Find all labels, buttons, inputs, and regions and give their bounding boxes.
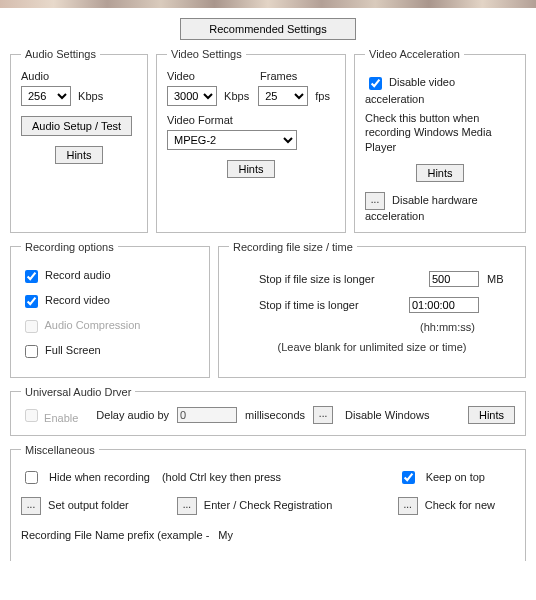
video-acceleration-legend: Video Acceleration [365, 48, 464, 60]
full-screen-checkbox[interactable] [25, 345, 38, 358]
recording-file-size-time-group: Recording file size / time Stop if file … [218, 241, 526, 378]
stop-file-size-label: Stop if file size is longer [229, 273, 399, 285]
full-screen-label: Full Screen [45, 344, 101, 356]
disable-hw-accel-button[interactable]: ... [365, 192, 385, 210]
audio-bitrate-select[interactable]: 256 [21, 86, 71, 106]
keep-on-top-checkbox[interactable] [402, 471, 415, 484]
audio-bitrate-unit: Kbps [78, 90, 103, 102]
accel-hints-button[interactable]: Hints [416, 164, 463, 182]
record-audio-label: Record audio [45, 269, 110, 281]
uad-disable-windows-button[interactable]: ... [313, 406, 333, 424]
stop-file-size-input[interactable] [429, 271, 479, 287]
filename-prefix-label: Recording File Name prefix (example - [21, 529, 209, 541]
hide-when-recording-checkbox[interactable] [25, 471, 38, 484]
record-video-checkbox[interactable] [25, 295, 38, 308]
record-audio-checkbox[interactable] [25, 270, 38, 283]
audio-hints-button[interactable]: Hints [55, 146, 102, 164]
video-frames-label: Frames [260, 70, 320, 82]
video-accel-note: Check this button when recording Windows… [365, 111, 515, 154]
hide-when-recording-note: (hold Ctrl key then press [162, 471, 281, 483]
audio-setup-test-button[interactable]: Audio Setup / Test [21, 116, 132, 136]
recording-options-legend: Recording options [21, 241, 118, 253]
stop-time-unit: (hh:mm:ss) [229, 321, 515, 333]
stop-time-label: Stop if time is longer [229, 299, 399, 311]
video-bitrate-select[interactable]: 3000 [167, 86, 217, 106]
uad-delay-unit: milliseconds [245, 409, 305, 421]
video-settings-group: Video Settings Video Frames 3000 Kbps 25… [156, 48, 346, 233]
check-for-new-button[interactable]: ... [398, 497, 418, 515]
filename-prefix-value: My [218, 529, 233, 541]
set-output-folder-button[interactable]: ... [21, 497, 41, 515]
uad-delay-input [177, 407, 237, 423]
keep-on-top-label: Keep on top [426, 471, 485, 483]
video-settings-legend: Video Settings [167, 48, 246, 60]
video-format-label: Video Format [167, 114, 335, 126]
audio-bitrate-label: Audio [21, 70, 137, 82]
recording-options-group: Recording options Record audio Record vi… [10, 241, 210, 378]
check-for-new-label: Check for new [425, 499, 495, 511]
video-hints-button[interactable]: Hints [227, 160, 274, 178]
audio-settings-group: Audio Settings Audio 256 Kbps Audio Setu… [10, 48, 148, 233]
video-bitrate-unit: Kbps [224, 90, 249, 102]
universal-audio-driver-legend: Universal Audio Drver [21, 386, 135, 398]
uad-enable-checkbox [25, 409, 38, 422]
video-frames-select[interactable]: 25 [258, 86, 308, 106]
stop-time-input[interactable] [409, 297, 479, 313]
hide-when-recording-label: Hide when recording [49, 471, 150, 483]
set-output-folder-label: Set output folder [48, 499, 129, 511]
window-top-strip [0, 0, 536, 8]
miscellaneous-legend: Miscellaneous [21, 444, 99, 456]
enter-check-registration-label: Enter / Check Registration [204, 499, 332, 511]
universal-audio-driver-group: Universal Audio Drver Enable Delay audio… [10, 386, 526, 436]
video-bitrate-label: Video [167, 70, 227, 82]
audio-compression-checkbox [25, 320, 38, 333]
blank-note: (Leave blank for unlimited size or time) [229, 341, 515, 353]
settings-panel: Recommended Settings Audio Settings Audi… [0, 8, 536, 579]
video-format-select[interactable]: MPEG-2 [167, 130, 297, 150]
audio-settings-legend: Audio Settings [21, 48, 100, 60]
disable-video-accel-checkbox[interactable] [369, 77, 382, 90]
video-frames-unit: fps [315, 90, 330, 102]
recommended-settings-button[interactable]: Recommended Settings [180, 18, 355, 40]
stop-file-size-unit: MB [479, 273, 515, 285]
video-acceleration-group: Video Acceleration Disable video acceler… [354, 48, 526, 233]
uad-hints-button[interactable]: Hints [468, 406, 515, 424]
audio-compression-label: Audio Compression [44, 319, 140, 331]
enter-check-registration-button[interactable]: ... [177, 497, 197, 515]
record-video-label: Record video [45, 294, 110, 306]
recording-file-size-time-legend: Recording file size / time [229, 241, 357, 253]
miscellaneous-group: Miscellaneous Hide when recording (hold … [10, 444, 526, 561]
uad-enable-label: Enable [44, 412, 78, 424]
uad-delay-label: Delay audio by [96, 409, 169, 421]
uad-disable-windows-label: Disable Windows [345, 409, 429, 421]
